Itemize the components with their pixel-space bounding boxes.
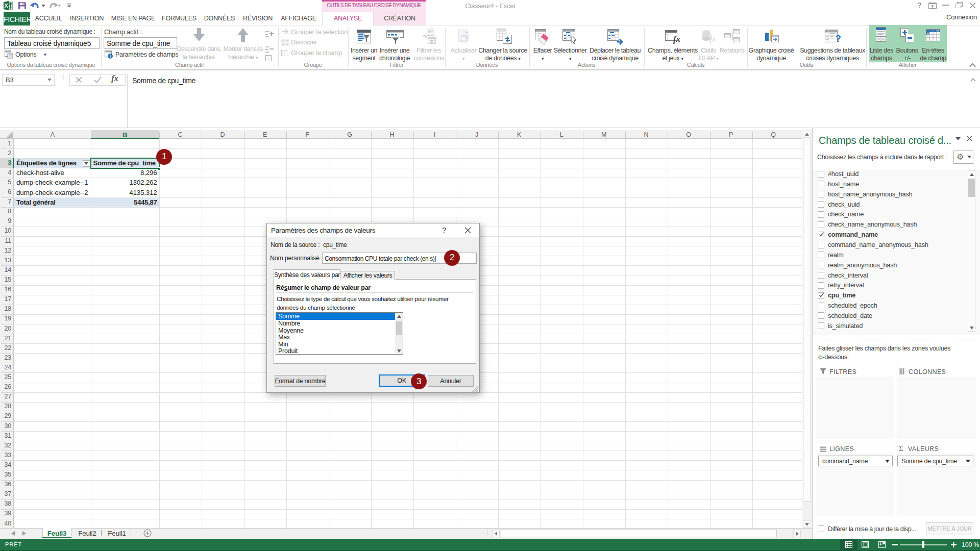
svg-text:fx: fx bbox=[710, 35, 716, 43]
svg-text:?: ? bbox=[835, 33, 841, 44]
svg-text:fx: fx bbox=[673, 34, 680, 44]
